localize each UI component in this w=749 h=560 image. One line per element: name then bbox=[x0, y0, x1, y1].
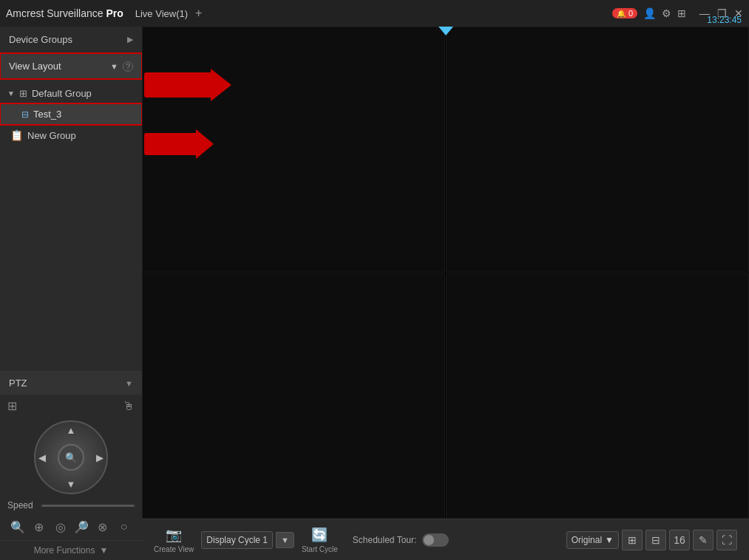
ptz-action-row: 🔍 ⊕ ◎ 🔎 ⊗ ○ bbox=[0, 513, 142, 540]
view-mode-1-button[interactable]: ⊞ bbox=[622, 530, 643, 550]
title-bar: Amcrest Surveillance Pro Live View(1) + … bbox=[0, 0, 749, 27]
video-grid bbox=[142, 27, 749, 519]
bottom-toolbar: 📷 Create View Display Cycle 1 ▼ 🔄 Start … bbox=[142, 519, 749, 560]
add-tab-button[interactable]: + bbox=[195, 7, 202, 20]
more-functions-dropdown-icon: ▼ bbox=[99, 545, 108, 556]
original-dropdown-icon: ▼ bbox=[605, 535, 614, 545]
scheduled-tour-label: Scheduled Tour: bbox=[353, 535, 417, 545]
top-arrow-indicator bbox=[438, 27, 453, 35]
view-layout-controls: ▼ ? bbox=[110, 61, 133, 72]
ptz-dropdown-icon[interactable]: ▼ bbox=[125, 379, 133, 388]
ptz-dpad: ▲ ▼ ◀ ▶ 🔍 bbox=[27, 420, 115, 494]
original-select[interactable]: Original ▼ bbox=[566, 531, 619, 549]
tree-area: ▼ ⊞ Default Group ⊟ Test_3 📋 New Group bbox=[0, 79, 142, 371]
ptz-controls-row: ⊞ 🖱 bbox=[0, 395, 142, 417]
ptz-speed-row: Speed bbox=[0, 497, 142, 513]
camera-group-icon: ⊟ bbox=[21, 109, 29, 120]
test3-item[interactable]: ⊟ Test_3 bbox=[0, 103, 142, 125]
display-cycle-value: Display Cycle 1 bbox=[206, 535, 268, 545]
user-icon[interactable]: 👤 bbox=[643, 7, 656, 19]
view-layout-row[interactable]: View Layout ▼ ? bbox=[0, 53, 142, 79]
view-controls: Original ▼ ⊞ ⊟ 16 ✎ ⛶ bbox=[566, 530, 737, 550]
test3-label: Test_3 bbox=[33, 109, 61, 120]
default-group-header[interactable]: ▼ ⊞ Default Group bbox=[0, 83, 142, 103]
ptz-label: PTZ bbox=[9, 378, 27, 389]
view-layout-help-icon[interactable]: ? bbox=[123, 61, 133, 72]
ptz-grid-icon[interactable]: ⊞ bbox=[7, 399, 17, 413]
view-layout-label: View Layout bbox=[9, 61, 61, 72]
ptz-iris-button[interactable]: ◎ bbox=[50, 516, 71, 537]
ptz-speed-slider[interactable] bbox=[41, 505, 135, 507]
group-label: Default Group bbox=[32, 88, 92, 99]
display-cycle-select[interactable]: Display Cycle 1 bbox=[201, 531, 273, 549]
ptz-focus-out-button[interactable]: ⊗ bbox=[92, 516, 113, 537]
main-layout: Device Groups ▶ View Layout ▼ ? ▼ ⊞ Defa… bbox=[0, 27, 749, 560]
scheduled-tour-container: Scheduled Tour: bbox=[353, 533, 450, 547]
notification-badge[interactable]: 0 bbox=[612, 8, 637, 18]
create-view-label: Create View bbox=[154, 545, 194, 553]
new-group-row[interactable]: 📋 New Group bbox=[0, 125, 142, 146]
clock: 13:23:45 bbox=[707, 15, 742, 25]
ptz-zoom-out-button[interactable]: 🔎 bbox=[71, 516, 92, 537]
gear-icon[interactable]: ⚙ bbox=[662, 7, 671, 19]
ptz-mouse-icon[interactable]: 🖱 bbox=[123, 400, 135, 413]
device-groups-section[interactable]: Device Groups ▶ bbox=[0, 27, 142, 53]
group-icon: ⊞ bbox=[19, 88, 27, 99]
video-cell-2[interactable] bbox=[446, 27, 749, 273]
ptz-left-button[interactable]: ◀ bbox=[38, 452, 46, 463]
ptz-down-button[interactable]: ▼ bbox=[67, 479, 76, 490]
video-cell-1[interactable] bbox=[142, 27, 445, 273]
new-group-icon: 📋 bbox=[10, 129, 23, 141]
dashboard-icon[interactable]: ⊞ bbox=[677, 7, 686, 19]
scheduled-tour-toggle[interactable] bbox=[422, 533, 449, 547]
video-cell-4[interactable] bbox=[446, 273, 749, 519]
view-mode-2-button[interactable]: ⊟ bbox=[645, 530, 666, 550]
display-cycle-dropdown-button[interactable]: ▼ bbox=[276, 532, 294, 548]
sidebar: Device Groups ▶ View Layout ▼ ? ▼ ⊞ Defa… bbox=[0, 27, 142, 560]
ptz-right-button[interactable]: ▶ bbox=[96, 452, 104, 463]
ptz-iris-out-button[interactable]: ○ bbox=[114, 516, 135, 537]
app-name: Amcrest Surveillance Pro bbox=[6, 7, 123, 19]
device-groups-label: Device Groups bbox=[9, 34, 72, 45]
create-view-icon: 📷 bbox=[166, 527, 182, 543]
display-cycle-container: Display Cycle 1 ▼ bbox=[201, 531, 294, 549]
ptz-speed-label: Speed bbox=[7, 500, 37, 511]
ptz-section: PTZ ▼ ⊞ 🖱 ▲ ▼ ◀ ▶ 🔍 Speed bbox=[0, 371, 142, 560]
live-view-tab[interactable]: Live View(1) bbox=[135, 8, 188, 19]
start-cycle-icon: 🔄 bbox=[311, 527, 328, 543]
ptz-zoom-in-button[interactable]: 🔍 bbox=[7, 516, 28, 537]
original-label: Original bbox=[572, 535, 602, 545]
more-functions-row[interactable]: More Functions ▼ bbox=[0, 540, 142, 560]
start-cycle-button[interactable]: 🔄 Start Cycle bbox=[302, 527, 338, 553]
start-cycle-label: Start Cycle bbox=[302, 545, 338, 553]
ptz-up-button[interactable]: ▲ bbox=[67, 425, 76, 436]
main-content: 📷 Create View Display Cycle 1 ▼ 🔄 Start … bbox=[142, 27, 749, 560]
more-functions-label: More Functions bbox=[34, 545, 95, 556]
group-expand-icon: ▼ bbox=[7, 89, 15, 98]
view-mode-edit-button[interactable]: ✎ bbox=[693, 530, 714, 550]
view-mode-16-button[interactable]: 16 bbox=[669, 530, 690, 550]
new-group-label: New Group bbox=[27, 130, 76, 141]
view-layout-dropdown-icon[interactable]: ▼ bbox=[110, 62, 118, 71]
ptz-center-button[interactable]: 🔍 bbox=[58, 444, 84, 471]
ptz-header[interactable]: PTZ ▼ bbox=[0, 372, 142, 395]
video-cell-3[interactable] bbox=[142, 273, 445, 519]
view-mode-fullscreen-button[interactable]: ⛶ bbox=[716, 530, 737, 550]
create-view-button[interactable]: 📷 Create View bbox=[154, 527, 194, 553]
ptz-focus-button[interactable]: ⊕ bbox=[29, 516, 50, 537]
device-groups-arrow-icon: ▶ bbox=[127, 35, 133, 44]
ptz-circle: ▲ ▼ ◀ ▶ 🔍 bbox=[34, 420, 108, 494]
